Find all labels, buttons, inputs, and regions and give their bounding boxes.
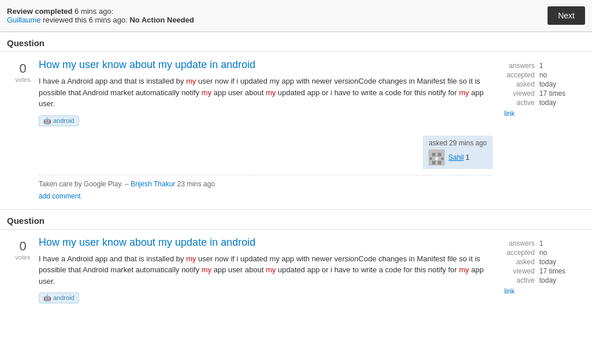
stat-asked-label-2: asked (504, 257, 537, 267)
review-detail-time: 6 mins ago: (89, 16, 128, 24)
stat-row-asked-2: asked today (504, 257, 568, 267)
stats-table-1: answers 1 accepted no asked today viewed… (504, 61, 568, 107)
stats-col-2: answers 1 accepted no asked today viewed… (493, 237, 585, 309)
question-block-1: 0 votes How my user know about my update… (0, 52, 592, 200)
comment-time-1: 23 mins ago (177, 180, 215, 188)
stat-accepted-val-1: no (537, 70, 568, 80)
commenter-link-1[interactable]: Brijesh Thakur (131, 180, 175, 188)
vote-col-1: 0 votes (7, 59, 39, 200)
section-1: Question 0 votes How my user know about … (0, 32, 592, 200)
stats-table-2: answers 1 accepted no asked today viewed… (504, 239, 568, 285)
stat-viewed-val-1: 17 times (537, 89, 568, 98)
highlight-my-6: my (202, 265, 211, 274)
stat-viewed-label-1: viewed (504, 89, 537, 98)
review-time: 6 mins ago: (75, 7, 113, 16)
stat-accepted-label-2: accepted (504, 248, 537, 257)
stat-answers-label-2: answers (504, 239, 537, 248)
action-label: No Action Needed (129, 16, 193, 24)
android-tag-icon-2: 🤖 (43, 294, 51, 301)
next-button[interactable]: Next (548, 6, 585, 25)
stat-asked-val-2: today (537, 257, 568, 267)
stat-row-accepted-2: accepted no (504, 248, 568, 257)
vote-count-2: 0 (7, 239, 39, 254)
section-divider (0, 200, 592, 209)
section-2-label: Question (0, 210, 592, 230)
stats-link-1[interactable]: link (504, 110, 585, 118)
question-block-2: 0 votes How my user know about my update… (0, 230, 592, 309)
content-col-1: How my user know about my update in andr… (39, 59, 493, 200)
stat-row-accepted-1: accepted no (504, 70, 568, 80)
svg-rect-5 (441, 157, 444, 160)
tag-android-2[interactable]: 🤖android (39, 292, 79, 303)
stat-asked-label-1: asked (504, 80, 537, 89)
stats-col-1: answers 1 accepted no asked today viewed… (493, 59, 585, 200)
svg-rect-7 (438, 161, 441, 164)
question-title-1[interactable]: How my user know about my update in andr… (39, 59, 493, 71)
highlight-my-4: my (459, 88, 469, 97)
asked-username-1[interactable]: Sahil (448, 153, 464, 162)
stat-row-viewed-1: viewed 17 times (504, 89, 568, 98)
stat-row-answers-1: answers 1 (504, 61, 568, 70)
highlight-my-2: my (202, 88, 211, 97)
vote-count-1: 0 (7, 61, 39, 76)
review-bar-text: Review completed 6 mins ago: Guillaume r… (7, 7, 194, 24)
question-title-2[interactable]: How my user know about my update in andr… (39, 237, 493, 249)
question-body-2: I have a Android app and that is install… (39, 253, 493, 287)
stat-viewed-val-2: 17 times (537, 267, 568, 276)
add-comment-link-1[interactable]: add comment (39, 189, 81, 208)
comment-line-1: Taken care by Google Play. – Brijesh Tha… (39, 175, 493, 192)
stat-accepted-label-1: accepted (504, 70, 537, 80)
add-comment-wrapper-1: add comment (39, 192, 493, 200)
android-tag-icon-1: 🤖 (43, 117, 51, 124)
stat-accepted-val-2: no (537, 248, 568, 257)
stat-answers-val-1: 1 (537, 61, 568, 70)
asked-time-1: asked 29 mins ago (429, 139, 487, 147)
stat-row-active-2: active today (504, 276, 568, 285)
stat-active-val-2: today (537, 276, 568, 285)
tags-1: 🤖android (39, 115, 493, 131)
vote-col-2: 0 votes (7, 237, 39, 309)
stat-active-val-1: today (537, 98, 568, 107)
tags-2: 🤖android (39, 292, 493, 308)
reviewer-link[interactable]: Guillaume (7, 16, 41, 24)
asked-card-1: asked 29 mins ago (423, 136, 493, 169)
highlight-my-3: my (266, 88, 275, 97)
svg-rect-3 (430, 157, 432, 160)
asked-rep-1: 1 (466, 153, 470, 162)
vote-label-1: votes (7, 76, 39, 83)
stat-viewed-label-2: viewed (504, 267, 537, 276)
comment-text-1: Taken care by Google Play. – (39, 180, 131, 188)
stat-asked-val-1: today (537, 80, 568, 89)
review-completed-label: Review completed (7, 7, 72, 16)
stats-link-2[interactable]: link (504, 287, 585, 295)
highlight-my-8: my (459, 265, 469, 274)
tag-android-1[interactable]: 🤖android (39, 115, 79, 126)
vote-label-2: votes (7, 254, 39, 261)
highlight-my-7: my (266, 265, 275, 274)
stat-row-viewed-2: viewed 17 times (504, 267, 568, 276)
review-bar: Review completed 6 mins ago: Guillaume r… (0, 0, 592, 32)
avatar-1 (429, 149, 445, 166)
highlight-my-5: my (186, 254, 196, 263)
asked-user-info-1: Sahil 1 (448, 153, 470, 162)
stat-active-label-1: active (504, 98, 537, 107)
stat-row-asked-1: asked today (504, 80, 568, 89)
asked-user-1: Sahil 1 (429, 149, 487, 166)
content-col-2: How my user know about my update in andr… (39, 237, 493, 309)
stat-answers-label-1: answers (504, 61, 537, 70)
section-2: Question 0 votes How my user know about … (0, 209, 592, 309)
asked-block-1: asked 29 mins ago (39, 136, 493, 169)
stat-row-answers-2: answers 1 (504, 239, 568, 248)
section-1-label: Question (0, 32, 592, 52)
stat-answers-val-2: 1 (537, 239, 568, 248)
reviewed-label: reviewed this (43, 16, 87, 24)
stat-row-active-1: active today (504, 98, 568, 107)
stat-active-label-2: active (504, 276, 537, 285)
question-body-1: I have a Android app and that is install… (39, 76, 493, 110)
highlight-my-1: my (186, 77, 196, 85)
svg-rect-1 (432, 153, 435, 156)
svg-rect-2 (438, 153, 441, 156)
svg-rect-4 (435, 157, 438, 160)
svg-rect-6 (432, 161, 435, 164)
